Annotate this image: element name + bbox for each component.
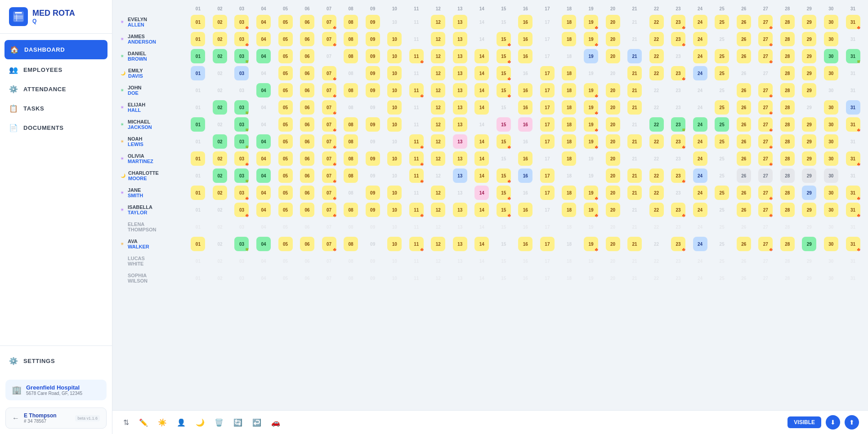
shift-cell-1-23[interactable]: 24 [689, 31, 711, 47]
shift-cell-11-13[interactable]: 14 [471, 202, 492, 218]
day-badge[interactable]: 28 [780, 134, 795, 149]
shift-cell-2-1[interactable]: 02 [210, 48, 231, 64]
day-badge[interactable]: 30 [824, 15, 838, 29]
shift-cell-13-27[interactable]: 28 [777, 236, 798, 252]
day-badge[interactable]: 02 [213, 15, 227, 29]
shift-cell-3-4[interactable]: 05 [275, 65, 296, 81]
day-badge[interactable]: 20 [606, 186, 620, 200]
day-badge[interactable]: 07🍁 [322, 66, 336, 80]
shift-cell-6-26[interactable]: 27🍁 [755, 116, 776, 133]
day-badge[interactable]: 12 [431, 66, 445, 80]
shift-cell-11-21[interactable]: 22 [646, 202, 667, 218]
day-badge[interactable]: 06 [300, 66, 314, 80]
shift-cell-1-2[interactable]: 03🍁 [231, 31, 252, 47]
shift-cell-10-30[interactable]: 31🍁 [842, 185, 864, 201]
shift-cell-10-16[interactable]: 17 [537, 185, 558, 201]
day-badge[interactable]: 08 [344, 117, 358, 132]
shift-cell-11-2[interactable]: 03🍁 [231, 202, 252, 218]
day-badge[interactable]: 02 [213, 32, 227, 46]
day-badge[interactable]: 25 [715, 15, 729, 29]
day-badge[interactable]: 02 [213, 186, 227, 200]
day-badge[interactable]: 05 [278, 66, 293, 80]
shift-cell-1-26[interactable]: 27🍁 [755, 31, 776, 47]
shift-cell-9-22[interactable]: 23🍁 [668, 168, 689, 184]
day-badge[interactable]: 21 [627, 49, 642, 63]
day-badge[interactable]: 19🍁 [584, 203, 598, 217]
day-badge[interactable]: 12 [431, 186, 445, 200]
shift-cell-2-19[interactable]: 20 [602, 48, 623, 64]
shift-cell-10-29[interactable]: 30 [821, 185, 842, 201]
day-badge[interactable]: 14 [474, 134, 489, 149]
shift-cell-0-30[interactable]: 31🍁 [842, 14, 864, 30]
day-badge[interactable]: 06 [300, 100, 314, 115]
shift-cell-6-6[interactable]: 07🍁 [318, 116, 340, 133]
day-badge[interactable]: 01 [191, 237, 205, 251]
day-badge[interactable]: 24 [693, 117, 707, 132]
day-badge[interactable]: 27🍁 [758, 151, 773, 166]
day-badge[interactable]: 11🍁 [409, 49, 424, 63]
shift-cell-13-16[interactable]: 17 [537, 236, 558, 252]
shift-cell-0-29[interactable]: 30 [821, 14, 842, 30]
shift-cell-10-24[interactable]: 25 [711, 185, 733, 201]
nav-tasks[interactable]: 📋 TASKS [0, 99, 112, 118]
day-badge[interactable]: 16 [518, 100, 532, 115]
shift-cell-8-6[interactable]: 07🍁 [318, 151, 340, 167]
shift-cell-9-7[interactable]: 08 [340, 168, 362, 184]
day-badge[interactable]: 02 [213, 49, 227, 63]
day-badge[interactable]: 28 [780, 151, 795, 166]
day-badge[interactable]: 18 [562, 32, 576, 46]
day-badge[interactable]: 08 [344, 151, 358, 166]
nav-documents[interactable]: 📄 DOCUMENTS [0, 118, 112, 137]
shift-cell-5-18[interactable]: 19🍁 [581, 99, 602, 115]
shift-cell-2-11[interactable]: 12 [428, 48, 449, 64]
shift-cell-13-30[interactable]: 31🍁 [842, 236, 864, 252]
day-badge[interactable]: 29 [802, 151, 816, 166]
shift-cell-0-1[interactable]: 02 [210, 14, 231, 30]
day-badge[interactable]: 24 [693, 168, 707, 183]
shift-cell-2-24[interactable]: 25 [711, 48, 733, 64]
day-badge[interactable]: 21 [627, 168, 642, 183]
shift-cell-13-13[interactable]: 14 [471, 236, 492, 252]
day-badge[interactable]: 12 [431, 83, 445, 97]
shift-cell-1-8[interactable]: 09 [362, 31, 383, 47]
day-badge[interactable]: 23🍀 [671, 117, 685, 132]
day-badge[interactable]: 22 [649, 186, 664, 200]
day-badge[interactable]: 28 [780, 83, 795, 97]
day-badge[interactable]: 20 [606, 203, 620, 217]
shift-cell-13-7[interactable]: 08 [340, 236, 362, 252]
day-badge[interactable]: 20 [606, 151, 620, 166]
shift-cell-9-20[interactable]: 21 [624, 168, 645, 184]
day-badge[interactable]: 06 [300, 15, 314, 29]
rota-container[interactable]: 0102030405060708091011121314151617181920… [112, 0, 868, 410]
shift-cell-2-20[interactable]: 21 [624, 48, 645, 64]
day-badge[interactable]: 08 [344, 168, 358, 183]
day-badge[interactable]: 03🍁 [234, 32, 249, 46]
day-badge[interactable]: 22 [649, 32, 664, 46]
day-badge[interactable]: 28 [780, 203, 795, 217]
shift-cell-3-5[interactable]: 06 [297, 65, 318, 81]
day-badge[interactable]: 18 [562, 100, 576, 115]
shift-cell-6-5[interactable]: 06 [297, 116, 318, 133]
shift-cell-7-19[interactable]: 20 [602, 133, 623, 150]
shift-cell-10-8[interactable]: 09 [362, 185, 383, 201]
shift-cell-7-21[interactable]: 22 [646, 133, 667, 150]
day-badge[interactable]: 22 [649, 117, 664, 132]
day-badge[interactable]: 20 [606, 32, 620, 46]
day-badge[interactable]: 15🍁 [497, 83, 511, 97]
shift-cell-5-15[interactable]: 16 [515, 99, 536, 115]
shift-cell-7-4[interactable]: 05 [275, 133, 296, 150]
day-badge[interactable]: 16 [518, 117, 532, 132]
shift-cell-9-23[interactable]: 24 [689, 168, 711, 184]
shift-cell-11-29[interactable]: 30 [821, 202, 842, 218]
day-badge[interactable]: 14 [474, 237, 489, 251]
shift-cell-10-6[interactable]: 07🍁 [318, 185, 340, 201]
day-badge[interactable]: 25 [715, 49, 729, 63]
day-badge[interactable]: 14 [474, 151, 489, 166]
shift-cell-4-5[interactable]: 06 [297, 82, 318, 98]
shift-cell-4-20[interactable]: 21 [624, 82, 645, 98]
shift-cell-0-12[interactable]: 13 [450, 14, 471, 30]
shift-cell-10-19[interactable]: 20 [602, 185, 623, 201]
day-badge[interactable]: 30 [824, 49, 838, 63]
day-badge[interactable]: 13 [453, 117, 467, 132]
day-badge[interactable]: 21 [627, 66, 642, 80]
